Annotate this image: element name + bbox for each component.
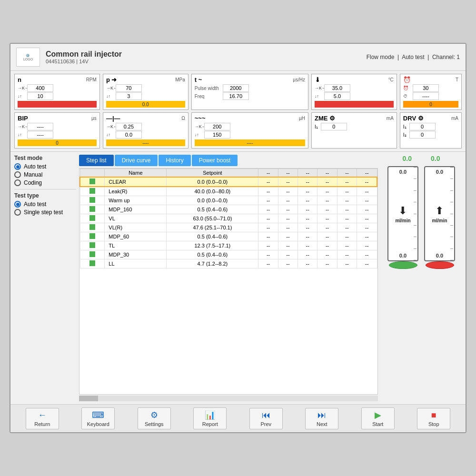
test-mode-coding[interactable]: Coding	[14, 179, 76, 186]
table-row[interactable]: MDP_160 0.5 (0.4--0.6) -- -- -- -- -- --	[80, 205, 377, 214]
test-type-autotest[interactable]: Auto test	[14, 201, 76, 208]
param-drv-i1[interactable]	[409, 123, 436, 130]
row-name-1: Leak(R)	[105, 187, 167, 196]
param-n-bar	[18, 101, 97, 108]
param-timer-val1[interactable]	[413, 84, 439, 92]
test-type-singlestep[interactable]: Single step test	[14, 209, 76, 216]
flow-right-val: 0.0	[431, 155, 440, 162]
cyl-right-unit: ml/min	[432, 218, 447, 223]
stop-label: Stop	[428, 421, 439, 427]
table-row[interactable]: Warm up 0.0 (0.0--0.0) -- -- -- -- -- --	[80, 196, 377, 205]
param-bip-bar: 0	[18, 139, 97, 146]
table-row[interactable]: VL 63.0 (55.0--71.0) -- -- -- -- -- --	[80, 214, 377, 223]
stop-button[interactable]: ■ Stop	[417, 408, 450, 429]
param-bip-val1[interactable]	[27, 123, 53, 130]
test-mode-autotest[interactable]: Auto test	[14, 163, 76, 170]
table-row[interactable]: Leak(R) 40.0 (0.0--80.0) -- -- -- -- -- …	[80, 187, 377, 196]
row-check-0	[80, 177, 105, 187]
keyboard-button[interactable]: ⌨ Keyboard	[81, 407, 115, 429]
param-temp-val1[interactable]	[324, 84, 350, 92]
row-check-6	[80, 232, 105, 241]
injector-right-icon: ⬆	[435, 205, 444, 217]
row-name-3: MDP_160	[105, 205, 167, 214]
step-list-table-container[interactable]: Name Setpoint -- -- -- -- -- -- CLEAR	[79, 168, 378, 395]
col-check	[80, 169, 105, 178]
test-type-autotest-label: Auto test	[24, 201, 46, 208]
table-row[interactable]: MDP_30 0.5 (0.4--0.6) -- -- -- -- -- --	[80, 250, 377, 259]
row-name-7: TL	[105, 241, 167, 250]
settings-button[interactable]: ⚙ Settings	[138, 407, 171, 429]
return-label: Return	[34, 421, 50, 427]
prev-button[interactable]: ⏮ Prev	[249, 408, 283, 429]
report-label: Report	[202, 421, 218, 427]
cylinder-left-base	[389, 261, 417, 269]
cyl-right-bottom-val: 0.0	[436, 253, 443, 258]
test-type-singlestep-radio[interactable]	[14, 209, 21, 216]
cyl-right-top-val: 0.0	[436, 169, 443, 175]
table-row[interactable]: CLEAR 0.0 (0.0--0.0) -- -- -- -- -- --	[80, 177, 377, 187]
start-button[interactable]: ▶ Start	[361, 407, 395, 429]
table-row[interactable]: VL(R) 47.6 (25.1--70.1) -- -- -- -- -- -…	[80, 223, 377, 232]
param-temp-bar	[315, 101, 394, 108]
param-zme-i1[interactable]	[321, 123, 347, 130]
param-timer-label: T	[456, 77, 458, 82]
param-bip-val2[interactable]	[27, 131, 53, 139]
row-name-2: Warm up	[105, 196, 167, 205]
row-setpoint-3: 0.5 (0.4--0.6)	[167, 205, 258, 214]
param-p-val2[interactable]	[116, 92, 142, 100]
param-ind-icon: ~~~	[195, 115, 206, 122]
tab-history[interactable]: History	[159, 155, 190, 166]
param-ind-val2[interactable]	[204, 131, 230, 139]
table-row[interactable]: MDP_60 0.5 (0.4--0.6) -- -- -- -- -- --	[80, 232, 377, 241]
param-res-val2[interactable]	[116, 131, 142, 139]
param-drv-i2[interactable]	[409, 131, 436, 139]
report-button[interactable]: 📊 Report	[193, 407, 227, 429]
settings-label: Settings	[145, 421, 164, 427]
test-mode-autotest-radio[interactable]	[14, 163, 21, 170]
param-n-label: n	[18, 76, 21, 83]
param-ind-val1[interactable]	[204, 123, 230, 130]
tab-step-list[interactable]: Step list	[79, 155, 114, 166]
param-inductance: ~~~ µH →K← ↓↑ ----	[191, 112, 308, 149]
cylinder-left: 0.0 ⬇ ml/min 0.0	[387, 166, 418, 261]
col-d3: --	[298, 169, 317, 178]
row-name-4: VL	[105, 214, 167, 223]
test-mode-coding-radio[interactable]	[14, 179, 21, 186]
tab-drive-curve[interactable]: Drive curve	[115, 155, 158, 166]
step-list-table: Name Setpoint -- -- -- -- -- -- CLEAR	[79, 169, 377, 268]
flow-values: 0.0 0.0	[403, 155, 440, 162]
scrollbar-thumb[interactable]	[79, 396, 98, 401]
param-t-freq[interactable]	[223, 92, 249, 100]
param-drv-label: DRV ⚙	[403, 115, 424, 122]
next-label: Next	[317, 421, 327, 427]
report-icon: 📊	[205, 410, 215, 420]
tab-power-boost[interactable]: Power boost	[192, 155, 238, 166]
table-row[interactable]: TL 12.3 (7.5--17.1) -- -- -- -- -- --	[80, 241, 377, 250]
next-button[interactable]: ⏭ Next	[305, 408, 338, 429]
tabs-row: Step list Drive curve History Power boos…	[79, 155, 378, 166]
param-n-val2[interactable]	[27, 92, 53, 100]
row-check-3	[80, 205, 105, 214]
horizontal-scrollbar[interactable]	[79, 396, 378, 401]
row-check-9	[80, 259, 105, 268]
row-setpoint-9: 4.7 (1.2--8.2)	[167, 259, 258, 268]
table-row[interactable]: LL 4.7 (1.2--8.2) -- -- -- -- -- --	[80, 259, 377, 268]
test-type-autotest-radio[interactable]	[14, 201, 21, 208]
test-mode-manual-radio[interactable]	[14, 171, 21, 178]
tick-marks-left	[414, 167, 416, 260]
param-n-val1[interactable]	[27, 84, 53, 92]
return-button[interactable]: ← Return	[26, 408, 59, 429]
param-timer-val2[interactable]	[413, 92, 439, 100]
col-setpoint: Setpoint	[167, 169, 258, 178]
test-mode-manual[interactable]: Manual	[14, 171, 76, 178]
test-mode-manual-label: Manual	[24, 171, 42, 178]
param-t-pulse[interactable]	[223, 84, 249, 92]
param-p-val1[interactable]	[116, 84, 142, 92]
param-ind-unit: µH	[299, 116, 305, 121]
param-res-unit: Ω	[181, 116, 185, 121]
row-check-2	[80, 196, 105, 205]
param-p: p ➜ MPa →K← ↓↑ 0.0	[103, 74, 188, 110]
param-res-val1[interactable]	[116, 123, 142, 130]
col-name: Name	[105, 169, 167, 178]
param-temp-val2[interactable]	[324, 92, 350, 100]
